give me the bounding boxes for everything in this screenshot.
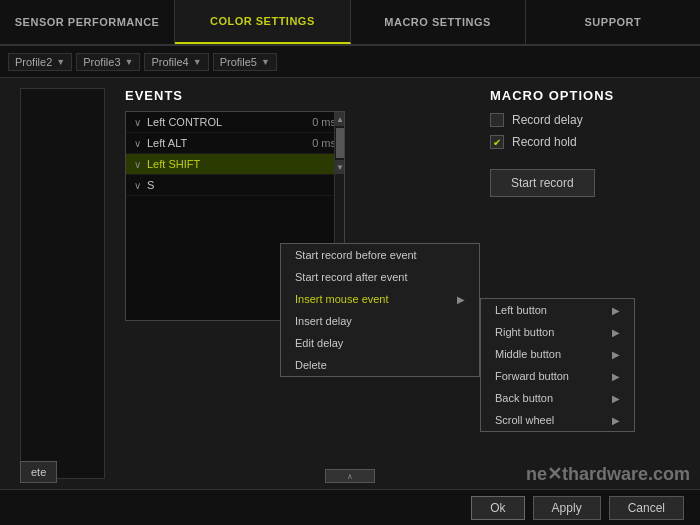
context-delete[interactable]: Delete bbox=[281, 354, 479, 376]
profile3-select[interactable]: Profile3 ▼ bbox=[76, 53, 140, 71]
scroll-up-arrow[interactable]: ▲ bbox=[335, 112, 345, 126]
profile-bar: Profile2 ▼ Profile3 ▼ Profile4 ▼ Profile… bbox=[0, 46, 700, 78]
watermark-logo: ne✕thardware.com bbox=[526, 463, 690, 485]
chevron-down-icon: ▼ bbox=[193, 57, 202, 67]
submenu-right-button[interactable]: Right button ▶ bbox=[481, 321, 634, 343]
tab-sensor[interactable]: SENSOR PERFORMANCE bbox=[0, 0, 175, 44]
bottom-scroll-arrow[interactable]: ∧ bbox=[325, 469, 375, 483]
check-icon: ∨ bbox=[134, 138, 141, 149]
submenu-scroll-wheel[interactable]: Scroll wheel ▶ bbox=[481, 409, 634, 431]
record-hold-checkbox[interactable]: ✔ bbox=[490, 135, 504, 149]
submenu-arrow-icon: ▶ bbox=[612, 327, 620, 338]
context-edit-delay[interactable]: Edit delay bbox=[281, 332, 479, 354]
macro-options-title: Macro Options bbox=[490, 88, 680, 103]
context-insert-delay[interactable]: Insert delay bbox=[281, 310, 479, 332]
submenu: Left button ▶ Right button ▶ Middle butt… bbox=[480, 298, 635, 432]
delete-area: ete bbox=[20, 461, 57, 483]
submenu-arrow-icon: ▶ bbox=[612, 393, 620, 404]
start-record-button[interactable]: Start record bbox=[490, 169, 595, 197]
event-item-3[interactable]: ∨ S bbox=[126, 175, 344, 196]
context-start-after[interactable]: Start record after event bbox=[281, 266, 479, 288]
tab-color[interactable]: COLOR SETTINGS bbox=[175, 0, 350, 44]
record-delay-label: Record delay bbox=[512, 113, 583, 127]
profile2-select[interactable]: Profile2 ▼ bbox=[8, 53, 72, 71]
watermark: ne✕thardware.com bbox=[526, 463, 690, 485]
events-section: Events ∨ Left CONTROL 0 ms ∨ Left ALT 0 … bbox=[125, 88, 470, 479]
record-delay-checkbox[interactable] bbox=[490, 113, 504, 127]
event-item-2[interactable]: ∨ Left SHIFT bbox=[126, 154, 344, 175]
ok-button[interactable]: Ok bbox=[471, 496, 524, 520]
scroll-thumb[interactable] bbox=[336, 128, 344, 158]
scroll-down-arrow[interactable]: ▼ bbox=[335, 160, 345, 174]
events-title: Events bbox=[125, 88, 470, 103]
chevron-down-icon: ▼ bbox=[56, 57, 65, 67]
main-content: Events ∨ Left CONTROL 0 ms ∨ Left ALT 0 … bbox=[0, 78, 700, 489]
chevron-down-icon: ▼ bbox=[125, 57, 134, 67]
submenu-forward-button[interactable]: Forward button ▶ bbox=[481, 365, 634, 387]
submenu-arrow-icon: ▶ bbox=[612, 415, 620, 426]
left-panel bbox=[20, 88, 105, 479]
cancel-button[interactable]: Cancel bbox=[609, 496, 684, 520]
top-nav: SENSOR PERFORMANCE COLOR SETTINGS MACRO … bbox=[0, 0, 700, 46]
bottom-bar: Ok Apply Cancel bbox=[0, 489, 700, 525]
tab-support[interactable]: SUPPORT bbox=[526, 0, 700, 44]
context-insert-mouse[interactable]: Insert mouse event ▶ bbox=[281, 288, 479, 310]
event-item-0[interactable]: ∨ Left CONTROL 0 ms bbox=[126, 112, 344, 133]
submenu-arrow-icon: ▶ bbox=[457, 294, 465, 305]
context-start-before[interactable]: Start record before event bbox=[281, 244, 479, 266]
context-menu: Start record before event Start record a… bbox=[280, 243, 480, 377]
check-icon: ∨ bbox=[134, 117, 141, 128]
submenu-left-button[interactable]: Left button ▶ bbox=[481, 299, 634, 321]
check-icon: ∨ bbox=[134, 159, 141, 170]
submenu-middle-button[interactable]: Middle button ▶ bbox=[481, 343, 634, 365]
chevron-down-icon: ▼ bbox=[261, 57, 270, 67]
record-hold-label: Record hold bbox=[512, 135, 577, 149]
tab-macro[interactable]: MACRO SETTINGS bbox=[351, 0, 526, 44]
submenu-arrow-icon: ▶ bbox=[612, 371, 620, 382]
apply-button[interactable]: Apply bbox=[533, 496, 601, 520]
delete-button[interactable]: ete bbox=[20, 461, 57, 483]
profile4-select[interactable]: Profile4 ▼ bbox=[144, 53, 208, 71]
profile5-select[interactable]: Profile5 ▼ bbox=[213, 53, 277, 71]
event-item-1[interactable]: ∨ Left ALT 0 ms bbox=[126, 133, 344, 154]
submenu-arrow-icon: ▶ bbox=[612, 349, 620, 360]
submenu-back-button[interactable]: Back button ▶ bbox=[481, 387, 634, 409]
check-icon: ∨ bbox=[134, 180, 141, 191]
submenu-arrow-icon: ▶ bbox=[612, 305, 620, 316]
record-hold-row: ✔ Record hold bbox=[490, 135, 680, 149]
record-delay-row: Record delay bbox=[490, 113, 680, 127]
